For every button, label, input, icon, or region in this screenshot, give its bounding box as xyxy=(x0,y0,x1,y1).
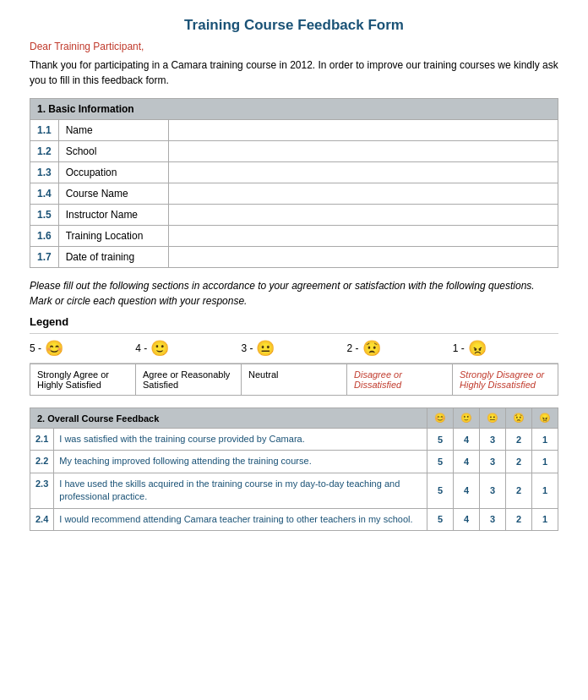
score-cell[interactable]: 4 xyxy=(454,451,480,473)
row-value[interactable] xyxy=(168,226,558,247)
legend-desc-cell: Agree or Reasonably Satisfied xyxy=(136,364,242,396)
table-row: 2.2My teaching improved following attend… xyxy=(30,451,558,473)
row-label: Occupation xyxy=(58,162,168,183)
legend-num: 3 - xyxy=(241,342,253,354)
legend-desc-table: Strongly Agree orHighly SatisfiedAgree o… xyxy=(30,364,558,396)
legend-item: 3 -😐 xyxy=(241,339,346,358)
legend-desc-cell: Strongly Disagree orHighly Dissatisfied xyxy=(453,364,558,396)
row-label: School xyxy=(58,141,168,162)
score-cell[interactable]: 4 xyxy=(454,508,480,530)
row-value[interactable] xyxy=(168,247,558,268)
table-row: 1.5 Instructor Name xyxy=(30,205,558,226)
table-row: 2.4I would recommend attending Camara te… xyxy=(30,508,558,530)
table-row: 1.1 Name xyxy=(30,120,558,141)
row-label: Course Name xyxy=(58,183,168,205)
legend-item: 4 -🙂 xyxy=(135,339,241,358)
score-cell[interactable]: 5 xyxy=(427,473,454,508)
row-label: Name xyxy=(58,120,168,141)
legend-num: 2 - xyxy=(347,342,359,354)
legend-emoji: 🙂 xyxy=(150,339,169,358)
legend-emoji: 😠 xyxy=(468,339,487,358)
row-num: 1.4 xyxy=(30,183,59,205)
legend-item: 1 -😠 xyxy=(453,339,558,358)
row-label: Instructor Name xyxy=(58,205,168,226)
score-cell[interactable]: 2 xyxy=(506,473,532,508)
row-value[interactable] xyxy=(168,162,558,183)
table-row: 2.1I was satisfied with the training cou… xyxy=(30,429,558,451)
row-value[interactable] xyxy=(168,205,558,226)
row-num: 1.7 xyxy=(30,247,59,268)
question-text: I have used the skills acquired in the t… xyxy=(54,473,427,508)
legend-title: Legend xyxy=(30,315,558,328)
score-cell[interactable]: 3 xyxy=(480,508,506,530)
score-cell[interactable]: 2 xyxy=(506,429,532,451)
score-cell[interactable]: 3 xyxy=(480,451,506,473)
feedback-header-row: 2. Overall Course Feedback😊🙂😐😟😠 xyxy=(30,408,558,429)
row-label: Date of training xyxy=(58,247,168,268)
score-cell[interactable]: 4 xyxy=(454,429,480,451)
row-value[interactable] xyxy=(168,120,558,141)
legend-desc-cell: Disagree orDissatisfied xyxy=(347,364,453,396)
score-cell[interactable]: 5 xyxy=(427,429,454,451)
legend-num: 4 - xyxy=(135,342,147,354)
dear-text: Dear Training Participant, xyxy=(30,41,558,52)
feedback-emoji-header: 🙂 xyxy=(454,408,480,429)
score-cell[interactable]: 3 xyxy=(480,473,506,508)
instructions-text: Please fill out the following sections i… xyxy=(30,278,558,309)
section1-header: 1. Basic Information xyxy=(30,99,558,120)
feedback-emoji-header: 😊 xyxy=(427,408,454,429)
row-label: Training Location xyxy=(58,226,168,247)
question-text: My teaching improved following attending… xyxy=(54,451,427,473)
table-row: 1.3 Occupation xyxy=(30,162,558,183)
feedback-emoji-header: 😐 xyxy=(480,408,506,429)
row-value[interactable] xyxy=(168,141,558,162)
row-num: 1.1 xyxy=(30,120,59,141)
score-cell[interactable]: 2 xyxy=(506,508,532,530)
question-text: I would recommend attending Camara teach… xyxy=(54,508,427,530)
basic-info-table: 1. Basic Information 1.1 Name 1.2 School… xyxy=(30,98,558,268)
row-num: 2.1 xyxy=(30,429,54,451)
legend-num: 1 - xyxy=(453,342,465,354)
legend-desc-cell: Strongly Agree orHighly Satisfied xyxy=(30,364,136,396)
feedback-emoji-header: 😠 xyxy=(532,408,558,429)
legend-row: 5 -😊4 -🙂3 -😐2 -😟1 -😠 xyxy=(30,333,558,364)
score-cell[interactable]: 5 xyxy=(427,508,454,530)
score-cell[interactable]: 1 xyxy=(532,451,558,473)
row-num: 2.2 xyxy=(30,451,54,473)
table-row: 1.2 School xyxy=(30,141,558,162)
row-num: 1.3 xyxy=(30,162,59,183)
row-num: 1.2 xyxy=(30,141,59,162)
table-row: 1.4 Course Name xyxy=(30,183,558,205)
table-row: 1.7 Date of training xyxy=(30,247,558,268)
feedback-emoji-header: 😟 xyxy=(506,408,532,429)
score-cell[interactable]: 5 xyxy=(427,451,454,473)
legend-num: 5 - xyxy=(30,342,41,354)
legend-emoji: 😐 xyxy=(256,339,275,358)
intro-text: Thank you for participating in a Camara … xyxy=(30,57,558,88)
legend-item: 2 -😟 xyxy=(347,339,453,358)
score-cell[interactable]: 4 xyxy=(454,473,480,508)
form-title: Training Course Feedback Form xyxy=(30,17,558,34)
question-text: I was satisfied with the training course… xyxy=(54,429,427,451)
feedback-section-header: 2. Overall Course Feedback xyxy=(30,408,427,429)
legend-emoji: 😊 xyxy=(45,339,63,358)
score-cell[interactable]: 1 xyxy=(532,508,558,530)
row-num: 2.3 xyxy=(30,473,54,508)
score-cell[interactable]: 1 xyxy=(532,473,558,508)
score-cell[interactable]: 1 xyxy=(532,429,558,451)
legend-item: 5 -😊 xyxy=(30,339,135,358)
table-row: 1.6 Training Location xyxy=(30,226,558,247)
row-num: 1.5 xyxy=(30,205,59,226)
score-cell[interactable]: 2 xyxy=(506,451,532,473)
row-num: 1.6 xyxy=(30,226,59,247)
score-cell[interactable]: 3 xyxy=(480,429,506,451)
row-value[interactable] xyxy=(168,183,558,205)
legend-desc-cell: Neutral xyxy=(242,364,347,396)
feedback-table: 2. Overall Course Feedback😊🙂😐😟😠2.1I was … xyxy=(30,407,558,531)
row-num: 2.4 xyxy=(30,508,54,530)
legend-emoji: 😟 xyxy=(362,339,381,358)
table-row: 2.3I have used the skills acquired in th… xyxy=(30,473,558,508)
